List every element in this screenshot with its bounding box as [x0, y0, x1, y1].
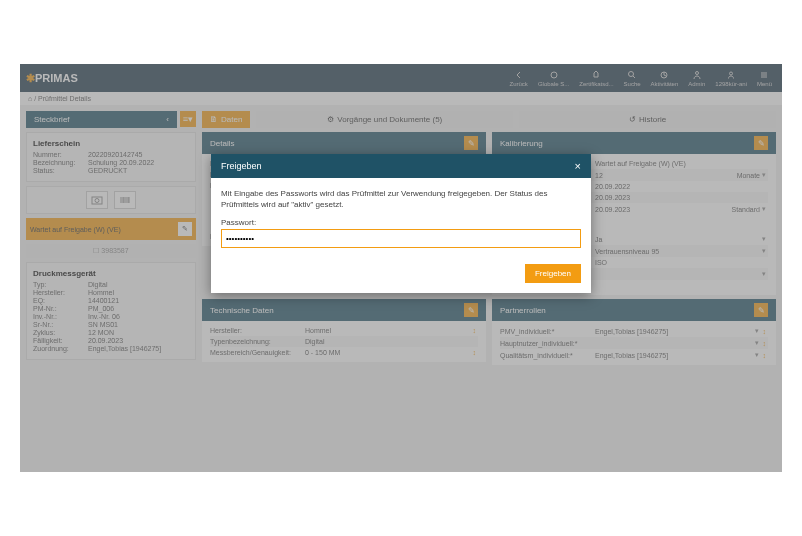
modal-text: Mit Eingabe des Passworts wird das Prüfm…	[221, 188, 581, 210]
modal-title: Freigeben	[221, 161, 262, 171]
password-input[interactable]	[221, 229, 581, 248]
modal-freigeben: Freigeben × Mit Eingabe des Passworts wi…	[211, 154, 591, 293]
password-label: Passwort:	[221, 218, 581, 227]
modal-overlay: Freigeben × Mit Eingabe des Passworts wi…	[20, 64, 782, 472]
freigeben-button[interactable]: Freigeben	[525, 264, 581, 283]
close-icon[interactable]: ×	[575, 160, 581, 172]
